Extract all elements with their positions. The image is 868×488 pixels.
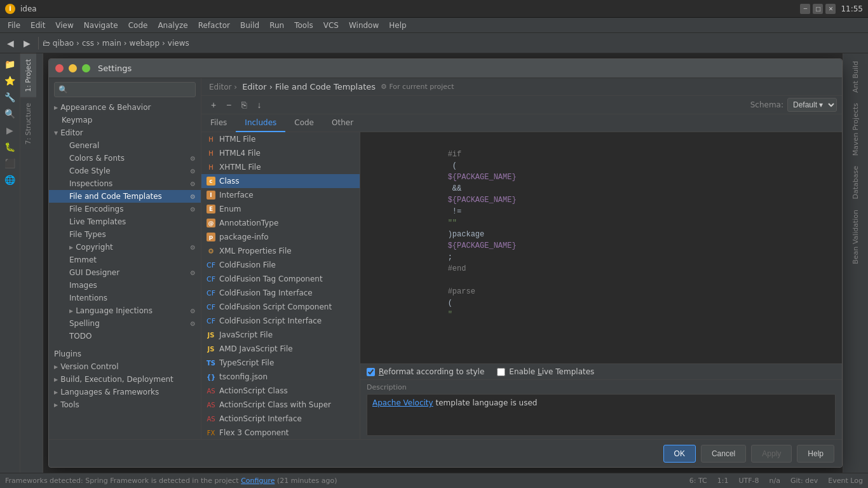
favorites-icon[interactable]: ⭐ [2,72,18,89]
forward-button[interactable]: ▶ [19,36,34,51]
tree-item-colors-fonts[interactable]: Colors & Fonts ⚙ [49,152,201,165]
menu-view[interactable]: View [50,20,78,31]
tree-item-build[interactable]: ▶ Build, Execution, Deployment [49,373,201,386]
file-item-xml[interactable]: ⚙ XML Properties File [201,244,360,258]
maximize-button[interactable]: □ [813,4,823,14]
tree-item-file-encodings[interactable]: File Encodings ⚙ [49,203,201,215]
dialog-close-button[interactable] [55,64,64,72]
minimize-button[interactable]: ─ [800,4,810,14]
menu-navigate[interactable]: Navigate [79,20,123,31]
apache-velocity-link[interactable]: Apache Velocity [372,398,433,407]
tab-code[interactable]: Code [285,114,323,132]
menu-refactor[interactable]: Refactor [193,20,235,31]
file-item-html4[interactable]: H HTML4 File [201,146,360,160]
breadcrumb-item-main[interactable]: main [102,39,121,48]
cancel-button[interactable]: Cancel [701,445,746,463]
tab-includes[interactable]: Includes [236,114,285,132]
apply-button[interactable]: Apply [751,445,792,463]
remove-template-button[interactable]: − [222,98,236,112]
menu-edit[interactable]: Edit [25,20,50,31]
tree-item-copyright[interactable]: ▶ Copyright ⚙ [49,241,201,254]
window-controls[interactable]: ─ □ ✕ [800,4,836,14]
tree-item-keymap[interactable]: Keymap [49,114,201,126]
breadcrumb-item-views[interactable]: views [168,39,189,48]
file-item-html[interactable]: H HTML File [201,132,360,146]
status-bottom-tabs[interactable]: 6: TC [689,477,707,485]
tree-item-lang-injections[interactable]: ▶ Language Injections ⚙ [49,304,201,317]
menu-run[interactable]: Run [264,20,289,31]
menu-file[interactable]: File [3,20,25,31]
project-icon[interactable]: 📁 [2,56,18,72]
tree-item-file-types[interactable]: File Types [49,228,201,241]
debug-icon[interactable]: 🐛 [2,139,18,155]
live-templates-checkbox[interactable] [497,368,505,376]
tree-item-todo[interactable]: TODO [49,330,201,342]
schema-select[interactable]: Default ▾ [787,98,837,112]
tab-files[interactable]: Files [201,114,236,132]
file-item-interface[interactable]: I Interface [201,188,360,202]
tree-item-file-code-templates[interactable]: File and Code Templates ⚙ [49,190,201,203]
tree-item-editor[interactable]: ▼ Editor [49,126,201,139]
tab-other[interactable]: Other [323,114,362,132]
file-item-class[interactable]: c Class [201,174,360,188]
file-item-as-class[interactable]: AS ActionScript Class [201,384,360,398]
menu-tools[interactable]: Tools [289,20,318,31]
file-item-enum[interactable]: E Enum [201,202,360,216]
file-item-cf-tag-iface[interactable]: CF ColdFusion Tag Interface [201,286,360,300]
file-item-cf-tag-comp[interactable]: CF ColdFusion Tag Component [201,272,360,286]
breadcrumb-item-webapp[interactable]: webapp [130,39,159,48]
menu-analyze[interactable]: Analyze [153,20,193,31]
tree-item-live-templates[interactable]: Live Templates [49,215,201,228]
file-item-cf[interactable]: CF ColdFusion File [201,258,360,272]
copy-template-button[interactable]: ⎘ [237,98,251,112]
breadcrumb-item-qibao[interactable]: 🗁 qibao [43,39,74,48]
help-button[interactable]: Help [797,445,834,463]
file-item-amd-js[interactable]: JS AMD JavaScript File [201,342,360,356]
file-item-cf-script-iface[interactable]: CF ColdFusion Script Interface [201,314,360,328]
file-item-cf-script-comp[interactable]: CF ColdFusion Script Component [201,300,360,314]
file-item-xhtml[interactable]: H XHTML File [201,160,360,174]
tree-item-emmet[interactable]: Emmet [49,254,201,266]
tree-item-general[interactable]: General [49,139,201,152]
menu-code[interactable]: Code [123,20,153,31]
tree-item-languages[interactable]: ▶ Languages & Frameworks [49,386,201,398]
menu-window[interactable]: Window [344,20,384,31]
menu-help[interactable]: Help [384,20,411,31]
run-icon[interactable]: ▶ [2,122,18,139]
tree-item-spelling[interactable]: Spelling ⚙ [49,317,201,330]
reformat-checkbox[interactable] [367,368,375,376]
structure-icon[interactable]: 🔧 [2,89,18,105]
dialog-minimize-button[interactable] [69,64,77,72]
bean-validation-tab[interactable]: Bean Validation [849,205,862,269]
structure-tab[interactable]: 7: Structure [20,97,36,149]
file-item-js[interactable]: JS JavaScript File [201,328,360,342]
maven-projects-tab[interactable]: Maven Projects [849,98,862,161]
event-log[interactable]: Event Log [828,477,863,485]
code-editor[interactable]: #if ( ${PACKAGE_NAME} && ${PACKAGE_NAME}… [360,132,842,363]
reformat-label[interactable]: Reformat according to style [367,367,484,376]
tree-item-code-style[interactable]: Code Style ⚙ [49,165,201,177]
tree-item-plugins[interactable]: Plugins [49,348,201,360]
file-item-annotation[interactable]: @ AnnotationType [201,216,360,230]
tree-item-images[interactable]: Images [49,279,201,292]
configure-link[interactable]: Configure [241,477,275,485]
menu-vcs[interactable]: VCS [318,20,344,31]
project-tab[interactable]: 1: Project [20,53,36,97]
database-tab[interactable]: Database [849,161,862,205]
dialog-maximize-button[interactable] [82,64,90,72]
tree-item-intentions[interactable]: Intentions [49,292,201,304]
file-item-as-class-super[interactable]: AS ActionScript Class with Super [201,398,360,412]
web-icon[interactable]: 🌐 [2,172,18,188]
file-item-tsconfig[interactable]: {} tsconfig.json [201,370,360,384]
tree-item-inspections[interactable]: Inspections ⚙ [49,177,201,190]
tree-item-version-control[interactable]: ▶ Version Control [49,360,201,373]
menu-build[interactable]: Build [235,20,264,31]
tree-item-tools[interactable]: ▶ Tools [49,398,201,411]
close-button[interactable]: ✕ [825,4,836,14]
ok-button[interactable]: OK [663,445,696,463]
reset-template-button[interactable]: ↓ [252,98,266,112]
breadcrumb-item-css[interactable]: css [82,39,94,48]
settings-search-input[interactable] [54,82,196,97]
ant-build-tab[interactable]: Ant Build [849,56,862,98]
tree-item-gui-designer[interactable]: GUI Designer ⚙ [49,266,201,279]
